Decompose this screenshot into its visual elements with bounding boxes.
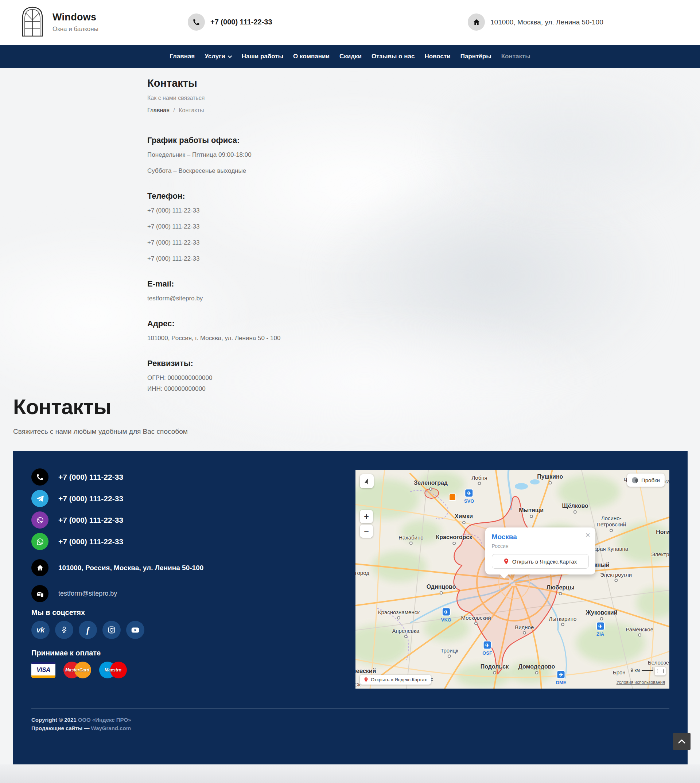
page-bottom-strip — [0, 765, 700, 783]
viber-row[interactable]: +7 (000) 111-22-33 — [32, 511, 123, 528]
nav-item-glavnaya[interactable]: Главная — [170, 53, 195, 60]
page-head: Контакты Как с нами связаться Главная / … — [147, 77, 205, 114]
home-icon — [32, 559, 48, 576]
phones-heading: Телефон: — [147, 192, 446, 201]
map-popup-subtitle: Россия — [492, 543, 589, 549]
map-city-label: Жуковский — [586, 610, 618, 620]
social-links: vk f — [32, 621, 144, 639]
phone-row[interactable]: +7 (000) 111-22-33 — [32, 468, 123, 486]
map-city-label: Одинцово — [427, 584, 456, 595]
instagram-icon[interactable] — [102, 621, 121, 639]
footer-email-text: testform@sitepro.by — [58, 590, 117, 598]
nav-item-partnery[interactable]: Парнтёры — [460, 53, 492, 60]
nav-item-novosti[interactable]: Новости — [424, 53, 450, 60]
nav-item-nashi-raboty[interactable]: Наши работы — [242, 53, 283, 60]
map-city-label: нигород — [355, 570, 369, 576]
map-city-label: Раменское — [626, 626, 653, 636]
youtube-icon[interactable] — [126, 621, 144, 639]
phones-block: Телефон: +7 (000) 111-22-33 +7 (000) 111… — [147, 192, 446, 263]
address-block: Адрес: 101000, Россия, г. Москва, ул. Ле… — [147, 319, 446, 343]
zoom-in-button[interactable]: + — [360, 510, 373, 523]
email-heading: E-mail: — [147, 279, 446, 289]
scroll-to-top-button[interactable] — [673, 733, 690, 750]
telegram-icon — [32, 490, 48, 507]
breadcrumb-separator: / — [173, 107, 175, 113]
address-line: 101000, Россия, г. Москва, ул. Ленина 50… — [147, 334, 446, 343]
map-city-label: тарая Купавна — [592, 546, 628, 552]
geolocation-button[interactable] — [360, 474, 374, 488]
map-city-label: Мытищи — [519, 507, 543, 518]
phone-line[interactable]: +7 (000) 111-22-33 — [147, 255, 446, 263]
payments-heading: Принимае к оплате — [32, 649, 101, 657]
nav-item-skidki[interactable]: Скидки — [340, 53, 362, 60]
nav-item-uslugi[interactable]: Услуги — [205, 53, 232, 60]
map-scale: 9 км — [631, 667, 653, 673]
chevron-down-icon — [228, 55, 232, 58]
contacts-section-subtitle: Свяжитесь с нами любым удобным для Вас с… — [13, 428, 188, 436]
map-city-label: Лосино-Петровский — [592, 515, 632, 532]
site-header: Windows Окна и балконы +7 (000) 111-22-3… — [0, 0, 700, 45]
map-city-label: Подольск — [480, 663, 509, 675]
payment-methods: VISA MasterCard Maestro — [32, 661, 127, 678]
odnoklassniki-icon[interactable] — [55, 621, 73, 639]
main-navigation: Главная Услуги Наши работы О компании Ск… — [0, 45, 700, 68]
whatsapp-icon — [32, 533, 48, 550]
facebook-icon[interactable]: f — [79, 621, 97, 639]
map-city-label: Апрелевка — [392, 628, 419, 638]
open-in-yandex-maps-link[interactable]: Открыть в Яндекс.Картах — [360, 675, 431, 685]
nav-item-o-kompanii[interactable]: О компании — [293, 53, 330, 60]
telegram-row[interactable]: +7 (000) 111-22-33 — [32, 490, 123, 507]
email-row[interactable]: testform@sitepro.by — [32, 585, 117, 602]
phone-line[interactable]: +7 (000) 111-22-33 — [147, 223, 446, 231]
ogrn-line: ОГРН: 0000000000000 — [147, 374, 446, 382]
email-line[interactable]: testform@sitepro.by — [147, 295, 446, 303]
nav-item-otzyvy[interactable]: Отзывы о нас — [372, 53, 415, 60]
phone-line[interactable]: +7 (000) 111-22-33 — [147, 239, 446, 247]
map-city-label: Московский — [461, 615, 491, 625]
yandex-map[interactable]: ЗеленоградЛобняПушкиноЧекаМытищиЩёлковоЛ… — [355, 470, 669, 689]
map-city-label: Белоозёр — [648, 660, 669, 666]
vk-icon[interactable]: vk — [32, 621, 50, 639]
zoom-out-button[interactable]: − — [360, 525, 373, 538]
whatsapp-row[interactable]: +7 (000) 111-22-33 — [32, 533, 123, 550]
traffic-button[interactable]: Пробки — [627, 473, 665, 486]
window-logo-icon — [21, 5, 44, 39]
open-in-yandex-maps-button[interactable]: Открыть в Яндекс.Картах — [492, 554, 589, 569]
phone-icon — [188, 13, 205, 31]
brand[interactable]: Windows Окна и балконы — [21, 5, 98, 39]
breadcrumb-home-link[interactable]: Главная — [147, 107, 170, 113]
footer-address-text: 101000, Россия, Москва, ул. Ленина 50-10… — [58, 564, 203, 572]
ruler-button[interactable] — [655, 667, 666, 675]
phone-line[interactable]: +7 (000) 111-22-33 — [147, 207, 446, 215]
company-link[interactable]: ООО «Индекс ПРО» — [78, 716, 131, 723]
footer-telegram-number: +7 (000) 111-22-33 — [58, 494, 123, 503]
schedule-heading: График работы офиса: — [147, 136, 446, 145]
phone-icon — [32, 468, 48, 486]
map-city-label: Краснознаменск — [378, 609, 420, 620]
map-labels: ЗеленоградЛобняПушкиноЧекаМытищиЩёлковоЛ… — [355, 470, 669, 689]
map-city-label: Зеленоград — [414, 480, 448, 491]
mastercard-logo: MasterCard — [63, 661, 91, 678]
map-city-label: иевский — [355, 668, 376, 675]
email-block: E-mail: testform@sitepro.by — [147, 279, 446, 303]
map-city-label: Ногинс — [656, 529, 669, 535]
contacts-section-head: Контакты Свяжитесь с нами любым удобным … — [13, 395, 188, 436]
airport-label: ✈VKO — [441, 607, 452, 622]
header-phone[interactable]: +7 (000) 111-22-33 — [188, 13, 272, 31]
footer-divider — [32, 708, 669, 709]
waygrand-link[interactable]: WayGrand.com — [91, 725, 131, 731]
address-heading: Адрес: — [147, 319, 446, 328]
close-icon[interactable]: ✕ — [585, 531, 590, 539]
terms-of-use-link[interactable]: Условия использования — [617, 680, 665, 685]
viber-icon — [32, 511, 48, 528]
map-city-label: Красногорск — [436, 534, 472, 545]
map-city-label: Троицк — [440, 647, 458, 658]
header-address-text: 101000, Москва, ул. Ленина 50-100 — [490, 18, 603, 26]
breadcrumb: Главная / Контакты — [147, 107, 205, 114]
transit-icon — [449, 493, 456, 501]
airport-label: ✈OSF — [482, 641, 492, 656]
airport-label: ✈ZIA — [596, 621, 605, 636]
map-popup-title[interactable]: Москва — [492, 533, 589, 541]
home-icon — [468, 13, 485, 31]
nav-item-kontakty[interactable]: Контакты — [501, 53, 530, 60]
